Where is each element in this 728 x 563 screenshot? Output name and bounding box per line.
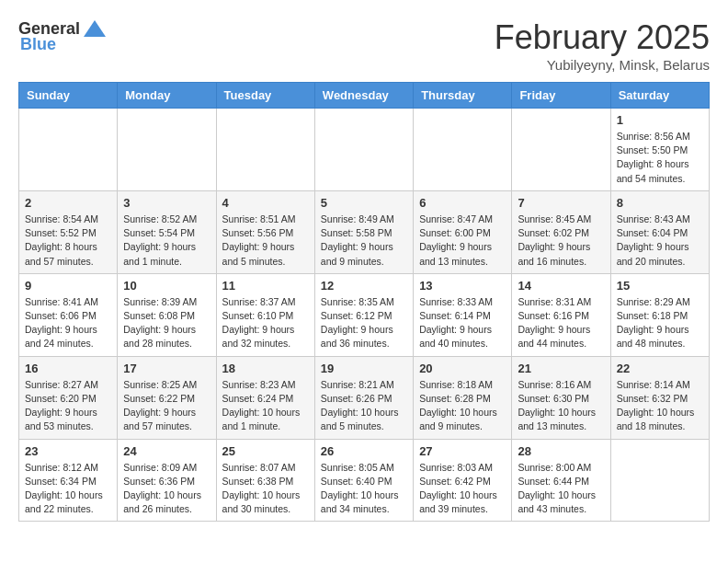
calendar-cell: 13Sunrise: 8:33 AM Sunset: 6:14 PM Dayli… <box>414 273 512 356</box>
day-number: 21 <box>518 362 604 375</box>
day-number: 18 <box>222 362 309 375</box>
day-info: Sunrise: 8:41 AM Sunset: 6:06 PM Dayligh… <box>25 295 111 351</box>
day-info: Sunrise: 8:43 AM Sunset: 6:04 PM Dayligh… <box>617 213 703 269</box>
calendar-cell: 24Sunrise: 8:09 AM Sunset: 6:36 PM Dayli… <box>118 439 216 522</box>
day-number: 20 <box>419 362 506 375</box>
day-number: 17 <box>123 362 210 375</box>
day-number: 9 <box>25 279 111 293</box>
calendar-cell: 20Sunrise: 8:18 AM Sunset: 6:28 PM Dayli… <box>414 356 512 439</box>
calendar-cell <box>414 109 512 191</box>
day-info: Sunrise: 8:37 AM Sunset: 6:10 PM Dayligh… <box>222 295 309 351</box>
calendar-table: SundayMondayTuesdayWednesdayThursdayFrid… <box>18 82 710 522</box>
calendar-cell: 6Sunrise: 8:47 AM Sunset: 6:00 PM Daylig… <box>414 190 512 273</box>
calendar-cell <box>512 109 610 191</box>
day-number: 23 <box>25 444 111 458</box>
calendar-cell: 16Sunrise: 8:27 AM Sunset: 6:20 PM Dayli… <box>19 356 118 439</box>
calendar-cell: 9Sunrise: 8:41 AM Sunset: 6:06 PM Daylig… <box>19 273 118 356</box>
day-number: 11 <box>222 279 309 293</box>
calendar-cell: 5Sunrise: 8:49 AM Sunset: 5:58 PM Daylig… <box>314 190 413 273</box>
calendar-cell: 25Sunrise: 8:07 AM Sunset: 6:38 PM Dayli… <box>216 439 314 522</box>
calendar-cell: 18Sunrise: 8:23 AM Sunset: 6:24 PM Dayli… <box>216 356 314 439</box>
day-info: Sunrise: 8:56 AM Sunset: 5:50 PM Dayligh… <box>617 130 703 186</box>
calendar-cell <box>19 109 118 191</box>
calendar-header-row: SundayMondayTuesdayWednesdayThursdayFrid… <box>19 83 710 109</box>
day-number: 25 <box>222 444 309 458</box>
day-number: 13 <box>419 279 506 293</box>
day-number: 12 <box>321 279 407 293</box>
calendar-cell: 10Sunrise: 8:39 AM Sunset: 6:08 PM Dayli… <box>118 273 216 356</box>
column-header-tuesday: Tuesday <box>216 83 314 109</box>
calendar-week-row: 23Sunrise: 8:12 AM Sunset: 6:34 PM Dayli… <box>19 439 710 522</box>
day-number: 27 <box>419 444 506 458</box>
day-info: Sunrise: 8:21 AM Sunset: 6:26 PM Dayligh… <box>321 378 407 434</box>
day-info: Sunrise: 8:25 AM Sunset: 6:22 PM Dayligh… <box>123 378 210 434</box>
logo-blue-text: Blue <box>20 35 56 54</box>
calendar-cell: 17Sunrise: 8:25 AM Sunset: 6:22 PM Dayli… <box>118 356 216 439</box>
day-info: Sunrise: 8:31 AM Sunset: 6:16 PM Dayligh… <box>518 295 604 351</box>
day-number: 7 <box>518 196 604 210</box>
location: Yubilyeyny, Minsk, Belarus <box>495 57 710 73</box>
day-info: Sunrise: 8:39 AM Sunset: 6:08 PM Dayligh… <box>123 295 210 351</box>
logo: General Blue <box>18 18 108 54</box>
calendar-cell: 12Sunrise: 8:35 AM Sunset: 6:12 PM Dayli… <box>314 273 413 356</box>
calendar-cell: 8Sunrise: 8:43 AM Sunset: 6:04 PM Daylig… <box>610 190 709 273</box>
day-number: 24 <box>123 444 210 458</box>
day-info: Sunrise: 8:35 AM Sunset: 6:12 PM Dayligh… <box>321 295 407 351</box>
calendar-cell: 3Sunrise: 8:52 AM Sunset: 5:54 PM Daylig… <box>118 190 216 273</box>
day-number: 16 <box>25 362 111 375</box>
day-number: 15 <box>617 279 703 293</box>
page-header: General Blue February 2025 Yubilyeyny, M… <box>18 18 710 73</box>
calendar-cell: 19Sunrise: 8:21 AM Sunset: 6:26 PM Dayli… <box>314 356 413 439</box>
calendar-cell: 7Sunrise: 8:45 AM Sunset: 6:02 PM Daylig… <box>512 190 610 273</box>
column-header-saturday: Saturday <box>610 83 709 109</box>
column-header-thursday: Thursday <box>414 83 512 109</box>
day-info: Sunrise: 8:16 AM Sunset: 6:30 PM Dayligh… <box>518 378 604 434</box>
calendar-week-row: 2Sunrise: 8:54 AM Sunset: 5:52 PM Daylig… <box>19 190 710 273</box>
day-info: Sunrise: 8:14 AM Sunset: 6:32 PM Dayligh… <box>617 378 703 434</box>
day-info: Sunrise: 8:49 AM Sunset: 5:58 PM Dayligh… <box>321 213 407 269</box>
calendar-cell <box>118 109 216 191</box>
day-info: Sunrise: 8:09 AM Sunset: 6:36 PM Dayligh… <box>123 461 210 517</box>
calendar-cell: 28Sunrise: 8:00 AM Sunset: 6:44 PM Dayli… <box>512 439 610 522</box>
column-header-wednesday: Wednesday <box>314 83 413 109</box>
calendar-cell: 15Sunrise: 8:29 AM Sunset: 6:18 PM Dayli… <box>610 273 709 356</box>
day-number: 5 <box>321 196 407 210</box>
calendar-cell: 14Sunrise: 8:31 AM Sunset: 6:16 PM Dayli… <box>512 273 610 356</box>
calendar-cell: 21Sunrise: 8:16 AM Sunset: 6:30 PM Dayli… <box>512 356 610 439</box>
column-header-friday: Friday <box>512 83 610 109</box>
calendar-cell: 26Sunrise: 8:05 AM Sunset: 6:40 PM Dayli… <box>314 439 413 522</box>
day-number: 22 <box>617 362 703 375</box>
day-info: Sunrise: 8:05 AM Sunset: 6:40 PM Dayligh… <box>321 461 407 517</box>
day-info: Sunrise: 8:12 AM Sunset: 6:34 PM Dayligh… <box>25 461 111 517</box>
day-number: 28 <box>518 444 604 458</box>
day-info: Sunrise: 8:29 AM Sunset: 6:18 PM Dayligh… <box>617 295 703 351</box>
day-number: 19 <box>321 362 407 375</box>
calendar-cell <box>314 109 413 191</box>
calendar-week-row: 1Sunrise: 8:56 AM Sunset: 5:50 PM Daylig… <box>19 109 710 191</box>
day-info: Sunrise: 8:52 AM Sunset: 5:54 PM Dayligh… <box>123 213 210 269</box>
calendar-cell: 1Sunrise: 8:56 AM Sunset: 5:50 PM Daylig… <box>610 109 709 191</box>
day-info: Sunrise: 8:45 AM Sunset: 6:02 PM Dayligh… <box>518 213 604 269</box>
day-info: Sunrise: 8:03 AM Sunset: 6:42 PM Dayligh… <box>419 461 506 517</box>
calendar-cell: 23Sunrise: 8:12 AM Sunset: 6:34 PM Dayli… <box>19 439 118 522</box>
day-info: Sunrise: 8:33 AM Sunset: 6:14 PM Dayligh… <box>419 295 506 351</box>
title-block: February 2025 Yubilyeyny, Minsk, Belarus <box>495 18 710 73</box>
day-number: 1 <box>617 113 703 127</box>
day-info: Sunrise: 8:23 AM Sunset: 6:24 PM Dayligh… <box>222 378 309 434</box>
calendar-cell: 27Sunrise: 8:03 AM Sunset: 6:42 PM Dayli… <box>414 439 512 522</box>
day-info: Sunrise: 8:27 AM Sunset: 6:20 PM Dayligh… <box>25 378 111 434</box>
day-info: Sunrise: 8:47 AM Sunset: 6:00 PM Dayligh… <box>419 213 506 269</box>
calendar-week-row: 9Sunrise: 8:41 AM Sunset: 6:06 PM Daylig… <box>19 273 710 356</box>
day-number: 4 <box>222 196 309 210</box>
svg-marker-0 <box>84 20 106 37</box>
calendar-week-row: 16Sunrise: 8:27 AM Sunset: 6:20 PM Dayli… <box>19 356 710 439</box>
day-number: 3 <box>123 196 210 210</box>
day-number: 14 <box>518 279 604 293</box>
day-info: Sunrise: 8:54 AM Sunset: 5:52 PM Dayligh… <box>25 213 111 269</box>
day-number: 2 <box>25 196 111 210</box>
day-info: Sunrise: 8:18 AM Sunset: 6:28 PM Dayligh… <box>419 378 506 434</box>
calendar-cell <box>216 109 314 191</box>
day-number: 6 <box>419 196 506 210</box>
month-title: February 2025 <box>495 18 710 57</box>
day-number: 26 <box>321 444 407 458</box>
